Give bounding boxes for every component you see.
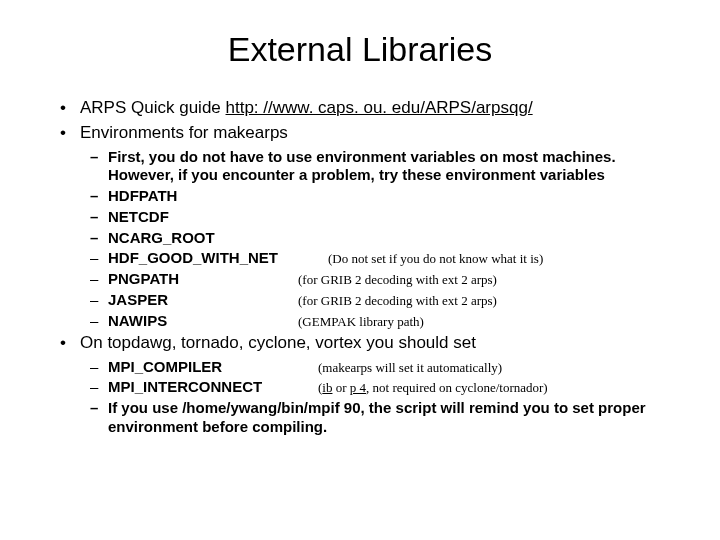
set-mpi-compiler-note: (makearps will set it automatically) [318, 360, 502, 376]
set-mpi-compiler-label: MPI_COMPILER [108, 358, 318, 377]
set-mpi-interconnect: MPI_INTERCONNECT (ib or p 4, not require… [90, 378, 684, 397]
note-or: or [332, 380, 349, 395]
set-mpif90: If you use /home/ywang/bin/mpif 90, the … [90, 399, 684, 437]
env-jasper-note: (for GRIB 2 decoding with ext 2 arps) [298, 293, 497, 309]
slide-title: External Libraries [36, 30, 684, 69]
note-ib: ib [322, 380, 332, 395]
set-mpi-compiler: MPI_COMPILER (makearps will set it autom… [90, 358, 684, 377]
slide: External Libraries ARPS Quick guide http… [0, 0, 720, 540]
quick-guide-link[interactable]: http: //www. caps. ou. edu/ARPS/arpsqg/ [226, 98, 533, 117]
note-post: , not required on cyclone/tornador) [366, 380, 548, 395]
quick-guide-label: ARPS Quick guide [80, 98, 226, 117]
note-p4: p 4 [350, 380, 366, 395]
env-nawips: NAWIPS (GEMPAK library path) [90, 312, 684, 331]
env-nawips-label: NAWIPS [108, 312, 298, 331]
env-pngpath-note: (for GRIB 2 decoding with ext 2 arps) [298, 272, 497, 288]
bullet-environments: Environments for makearps [60, 122, 684, 143]
env-hdfgood: HDF_GOOD_WITH_NET (Do not set if you do … [90, 249, 684, 268]
env-jasper: JASPER (for GRIB 2 decoding with ext 2 a… [90, 291, 684, 310]
env-hdfgood-note: (Do not set if you do not know what it i… [328, 251, 543, 267]
bullet-quick-guide: ARPS Quick guide http: //www. caps. ou. … [60, 97, 684, 118]
env-netcdf: NETCDF [90, 208, 684, 227]
set-mpi-interconnect-label: MPI_INTERCONNECT [108, 378, 318, 397]
set-mpi-interconnect-note: (ib or p 4, not required on cyclone/torn… [318, 380, 548, 396]
bullet-hosts: On topdawg, tornado, cyclone, vortex you… [60, 332, 684, 353]
bullet-list: ARPS Quick guide http: //www. caps. ou. … [36, 97, 684, 437]
env-nawips-note: (GEMPAK library path) [298, 314, 424, 330]
env-hdfpath: HDFPATH [90, 187, 684, 206]
set-sublist: MPI_COMPILER (makearps will set it autom… [60, 358, 684, 437]
env-pngpath: PNGPATH (for GRIB 2 decoding with ext 2 … [90, 270, 684, 289]
env-pngpath-label: PNGPATH [108, 270, 298, 289]
env-jasper-label: JASPER [108, 291, 298, 310]
env-ncarg: NCARG_ROOT [90, 229, 684, 248]
env-first: First, you do not have to use environmen… [90, 148, 684, 186]
env-hdfgood-label: HDF_GOOD_WITH_NET [108, 249, 328, 268]
env-sublist: First, you do not have to use environmen… [60, 148, 684, 331]
